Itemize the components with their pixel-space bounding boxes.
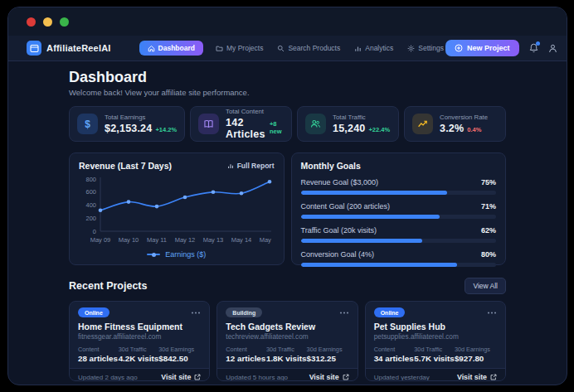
- external-link-icon: [194, 374, 201, 380]
- project-name: Tech Gadgets Review: [226, 322, 348, 332]
- svg-text:May 12: May 12: [175, 236, 196, 244]
- user-menu-icon[interactable]: [548, 44, 557, 53]
- status-badge: Online: [374, 307, 406, 317]
- stat-delta: +14.2%: [155, 126, 177, 133]
- recent-projects-title: Recent Projects: [69, 280, 147, 292]
- window-minimize-button[interactable]: [43, 17, 52, 27]
- nav-item-settings[interactable]: Settings: [406, 41, 445, 56]
- card-menu-button[interactable]: [339, 312, 349, 314]
- svg-text:May 11: May 11: [147, 236, 167, 244]
- revenue-title: Revenue (Last 7 Days): [79, 161, 172, 171]
- progress-track: [301, 191, 497, 195]
- external-link-icon: [490, 374, 497, 380]
- stat-card-conversion-rate: Conversion Rate 3.2%0.4%: [404, 106, 506, 142]
- visit-site-link[interactable]: Visit site: [161, 373, 201, 381]
- trend-up-icon: [412, 114, 433, 134]
- nav-item-my-projects[interactable]: My Projects: [214, 41, 265, 56]
- book-icon: [198, 114, 219, 134]
- plus-circle-icon: [455, 44, 463, 52]
- project-domain: techreview.affiliatereel.com: [226, 332, 348, 341]
- updated-timestamp: Updated 2 days ago: [78, 374, 138, 381]
- panels-row: Revenue (Last 7 Days) Full Report 020040…: [69, 152, 506, 265]
- nav-item-analytics[interactable]: Analytics: [353, 41, 395, 56]
- stat-delta: 0.4%: [467, 126, 481, 133]
- svg-text:200: 200: [85, 215, 96, 222]
- home-icon: [148, 45, 155, 52]
- stats-row: $ Total Earnings $2,153.24+14.2% Total C…: [69, 106, 506, 142]
- nav-item-search-products[interactable]: Search Products: [275, 41, 342, 56]
- card-menu-button[interactable]: [191, 312, 201, 314]
- updated-timestamp: Updated yesterday: [374, 374, 430, 381]
- visit-site-link[interactable]: Visit site: [457, 373, 497, 381]
- progress-track: [301, 239, 497, 243]
- card-menu-button[interactable]: [487, 312, 497, 314]
- project-domain: fitnessgear.affiliatereel.com: [78, 332, 201, 341]
- main-content: Dashboard Welcome back! View your affili…: [8, 61, 567, 385]
- project-domain: petsupplies.affiliatereel.com: [374, 332, 497, 341]
- goal-content: Content Goal (200 articles)71%: [301, 202, 497, 219]
- updated-timestamp: Updated 5 hours ago: [226, 374, 288, 381]
- brand-name: AffiliateReelAI: [46, 43, 111, 53]
- goal-revenue: Revenue Goal ($3,000)75%: [301, 178, 497, 195]
- stat-card-total-earnings: $ Total Earnings $2,153.24+14.2%: [69, 106, 185, 142]
- svg-text:May 10: May 10: [119, 236, 139, 244]
- stat-card-total-content: Total Content 142 Articles+8 new: [190, 106, 292, 142]
- project-card-home-fitness[interactable]: Online Home Fitness Equipment fitnessgea…: [69, 301, 210, 381]
- progress-fill: [301, 191, 448, 195]
- notifications-bell-icon[interactable]: [529, 43, 538, 53]
- legend-line-marker: [147, 254, 160, 255]
- full-report-link[interactable]: Full Report: [227, 162, 275, 170]
- desktop-background: AffiliateReelAI Dashboard My Projects Se…: [0, 0, 574, 392]
- search-icon: [277, 45, 285, 52]
- brand: AffiliateReelAI: [27, 41, 111, 56]
- nav-item-dashboard[interactable]: Dashboard: [139, 41, 203, 56]
- window-zoom-button[interactable]: [60, 17, 69, 27]
- page-subtitle: Welcome back! View your affiliate site p…: [69, 88, 506, 97]
- notification-dot: [536, 41, 540, 46]
- top-navigation: AffiliateReelAI Dashboard My Projects Se…: [8, 36, 567, 61]
- chart-legend: Earnings ($): [79, 250, 275, 259]
- svg-text:400: 400: [85, 201, 96, 209]
- progress-fill: [301, 263, 457, 267]
- svg-text:May 14: May 14: [231, 236, 252, 244]
- app-window: AffiliateReelAI Dashboard My Projects Se…: [7, 7, 567, 385]
- revenue-chart: 0200400600800May 09May 10May 11May 12May…: [79, 173, 273, 249]
- progress-fill: [301, 215, 440, 219]
- svg-text:May 15: May 15: [260, 236, 273, 244]
- svg-text:0: 0: [93, 228, 96, 235]
- project-card-pet-supplies[interactable]: Online Pet Supplies Hub petsupplies.affi…: [365, 301, 506, 381]
- app-logo-icon: [27, 41, 41, 56]
- project-name: Home Fitness Equipment: [78, 322, 201, 332]
- gear-icon: [407, 45, 415, 52]
- users-icon: [305, 114, 326, 134]
- external-link-icon: [343, 374, 349, 380]
- status-badge: Online: [78, 307, 109, 317]
- revenue-panel: Revenue (Last 7 Days) Full Report 020040…: [69, 152, 285, 265]
- goals-title: Monthly Goals: [301, 161, 361, 171]
- dollar-icon: $: [77, 114, 98, 134]
- new-project-button[interactable]: New Project: [445, 40, 519, 56]
- project-card-tech-gadgets[interactable]: Building Tech Gadgets Review techreview.…: [216, 301, 358, 381]
- svg-text:600: 600: [85, 188, 96, 196]
- progress-fill: [301, 239, 422, 243]
- stat-delta: +22.4%: [368, 126, 390, 133]
- visit-site-link[interactable]: Visit site: [309, 373, 349, 381]
- stat-delta: +8 new: [270, 120, 284, 135]
- project-name: Pet Supplies Hub: [374, 322, 497, 332]
- view-all-button[interactable]: View All: [465, 278, 506, 294]
- window-titlebar: [8, 7, 567, 36]
- svg-text:800: 800: [85, 176, 96, 183]
- nav-menu: Dashboard My Projects Search Products An…: [139, 41, 445, 56]
- progress-track: [301, 215, 497, 219]
- monthly-goals-panel: Monthly Goals Revenue Goal ($3,000)75% C…: [291, 152, 507, 265]
- nav-actions: New Project: [445, 40, 557, 56]
- bar-chart-icon: [354, 45, 362, 52]
- window-close-button[interactable]: [27, 17, 36, 27]
- stat-card-total-traffic: Total Traffic 15,240+22.4%: [297, 106, 399, 142]
- progress-track: [301, 263, 497, 267]
- goal-traffic: Traffic Goal (20k visits)62%: [301, 226, 497, 243]
- mini-chart-icon: [227, 162, 234, 169]
- projects-grid: Online Home Fitness Equipment fitnessgea…: [69, 301, 506, 381]
- svg-text:May 13: May 13: [203, 236, 224, 244]
- goal-conversion: Conversion Goal (4%)80%: [301, 250, 497, 267]
